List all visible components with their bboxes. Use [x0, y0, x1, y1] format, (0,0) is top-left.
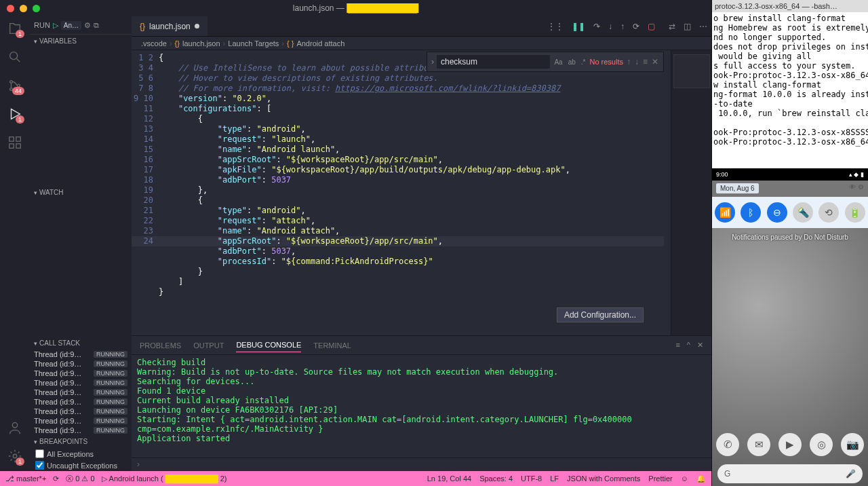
extensions-icon[interactable] [7, 134, 23, 151]
svg-rect-4 [9, 137, 14, 141]
tab-output[interactable]: OUTPUT [193, 339, 224, 352]
find-close-icon[interactable]: ✕ [651, 57, 659, 67]
tab-debug-console[interactable]: DEBUG CONSOLE [236, 338, 301, 352]
svg-rect-6 [9, 144, 14, 148]
match-word-icon[interactable]: ab [567, 58, 577, 66]
tab-problems[interactable]: PROBLEMS [140, 339, 181, 352]
config-select[interactable]: An… [61, 21, 81, 30]
autorotate-toggle[interactable]: ⟲ [818, 202, 839, 223]
breakpoints-section[interactable]: BREAKPOINTS [30, 435, 132, 448]
stop-icon[interactable]: ▢ [648, 22, 655, 31]
android-emulator[interactable]: 9:00▴ ◆ ▮ Mon, Aug 6 👁 ⚙ 📶 ᛒ ⊖ 🔦 ⟲ 🔋 Not… [712, 168, 868, 486]
prettier-status[interactable]: Prettier [648, 474, 672, 483]
flashlight-toggle[interactable]: 🔦 [793, 202, 813, 223]
launch-status[interactable]: ▷ Android launch (██████████2) [102, 474, 227, 483]
find-prev-icon[interactable]: ↑ [626, 57, 631, 67]
title-bar: launch.json — ████████████ [0, 0, 711, 16]
problems-status[interactable]: ⓧ 0 ⚠ 0 [66, 474, 94, 484]
pause-icon[interactable]: ❚❚ [572, 22, 585, 31]
search-icon[interactable] [7, 49, 23, 65]
compare-changes-icon[interactable]: ⇄ [669, 22, 675, 31]
step-into-icon[interactable]: ↓ [608, 22, 612, 31]
messages-app-icon[interactable]: ✉ [747, 433, 770, 456]
indent-status[interactable]: Spaces: 4 [479, 474, 513, 483]
match-case-icon[interactable]: Aa [553, 58, 564, 66]
bluetooth-toggle[interactable]: ᛒ [741, 202, 761, 223]
window-close-dot[interactable] [7, 5, 14, 12]
find-results: No results [589, 58, 623, 66]
code-editor[interactable]: 1 2 3 4 5 6 7 8 9 10 11 12 13 14 15 16 1… [132, 50, 711, 335]
window-title: launch.json — ████████████ [293, 3, 418, 13]
find-next-icon[interactable]: ↓ [634, 57, 639, 67]
split-editor-icon[interactable]: ◫ [684, 22, 691, 31]
start-debug-icon[interactable]: ▷ [53, 21, 58, 30]
callstack-section[interactable]: CALL STACK [30, 337, 132, 350]
tab-terminal[interactable]: TERMINAL [313, 339, 351, 352]
callstack-thread[interactable]: Thread (id:9…RUNNING [30, 416, 132, 426]
eol-status[interactable]: LF [550, 474, 559, 483]
more-actions-icon[interactable]: ⋯ [699, 22, 707, 31]
emu-date: Mon, Aug 6 [716, 183, 759, 193]
panel-filter-icon[interactable]: ≡ [675, 341, 679, 350]
cursor-pos[interactable]: Ln 19, Col 44 [427, 474, 471, 483]
panel-close-icon[interactable]: ✕ [697, 341, 703, 350]
svg-rect-5 [16, 137, 20, 141]
minimap[interactable] [671, 50, 711, 335]
callstack-thread[interactable]: Thread (id:9…RUNNING [30, 388, 132, 397]
emu-quick-icons: 👁 ⚙ [849, 183, 864, 191]
drag-handle-icon[interactable]: ⋮⋮ [547, 22, 564, 31]
battery-toggle[interactable]: 🔋 [845, 202, 865, 223]
dirty-indicator-icon [195, 24, 199, 29]
tab-launch-json[interactable]: {} launch.json [132, 16, 208, 37]
panel-maximize-icon[interactable]: ^ [687, 341, 690, 350]
emu-search-bar[interactable]: G🎤 [717, 464, 863, 483]
step-over-icon[interactable]: ↷ [593, 22, 600, 31]
find-filter-icon[interactable]: ≡ [642, 57, 648, 67]
bp-all-exceptions[interactable]: All Exceptions [30, 448, 132, 460]
json-file-icon: {} [140, 22, 145, 31]
branch-status[interactable]: ⎇ master*+ [5, 474, 46, 483]
feedback-icon[interactable]: ☺ [681, 474, 688, 483]
callstack-thread[interactable]: Thread (id:9…RUNNING [30, 378, 132, 388]
explorer-icon[interactable]: 1 [7, 20, 23, 37]
window-maximize-dot[interactable] [33, 5, 40, 12]
bp-uncaught-exceptions[interactable]: Uncaught Exceptions [30, 460, 132, 471]
find-input[interactable] [437, 55, 550, 69]
account-icon[interactable] [7, 419, 23, 436]
play-app-icon[interactable]: ▶ [778, 433, 802, 456]
chrome-app-icon[interactable]: ◎ [810, 433, 833, 456]
config-gear-icon[interactable]: ⚙ [84, 21, 91, 30]
callstack-thread[interactable]: Thread (id:9…RUNNING [30, 407, 132, 416]
callstack-thread[interactable]: Thread (id:9…RUNNING [30, 426, 132, 435]
sync-status[interactable]: ⟳ [53, 474, 59, 483]
find-expand-icon[interactable]: › [431, 57, 434, 67]
dnd-toggle[interactable]: ⊖ [767, 202, 787, 223]
encoding-status[interactable]: UTF-8 [521, 474, 542, 483]
breadcrumb[interactable]: .vscode› {}launch.json› Launch Targets› … [132, 37, 711, 50]
variables-section[interactable]: VARIABLES [30, 35, 132, 48]
restart-icon[interactable]: ⟳ [633, 22, 639, 31]
terminal-title: protoc-3.12.3-osx-x86_64 — -bash… [712, 0, 868, 12]
scm-icon[interactable]: 44 [7, 77, 23, 94]
language-status[interactable]: JSON with Comments [567, 474, 640, 483]
wifi-toggle[interactable]: 📶 [715, 202, 735, 223]
tab-label: launch.json [149, 22, 191, 31]
callstack-thread[interactable]: Thread (id:9…RUNNING [30, 350, 132, 359]
window-minimize-dot[interactable] [20, 5, 27, 12]
add-configuration-button[interactable]: Add Configuration... [557, 307, 644, 322]
callstack-thread[interactable]: Thread (id:9…RUNNING [30, 359, 132, 369]
callstack-thread[interactable]: Thread (id:9…RUNNING [30, 397, 132, 407]
debug-console-input[interactable]: › [132, 457, 711, 471]
bell-icon[interactable]: 🔔 [696, 474, 706, 483]
camera-app-icon[interactable]: 📷 [841, 433, 864, 456]
step-out-icon[interactable]: ↑ [620, 22, 625, 31]
watch-section[interactable]: WATCH [30, 186, 132, 199]
callstack-thread[interactable]: Thread (id:9…RUNNING [30, 369, 132, 378]
debug-console-toggle-icon[interactable]: ⧉ [94, 21, 99, 30]
mic-icon[interactable]: 🎤 [846, 469, 856, 479]
regex-icon[interactable]: .* [580, 58, 587, 66]
run-debug-icon[interactable]: 1 [7, 106, 23, 122]
settings-gear-icon[interactable]: 1 [7, 448, 23, 464]
phone-app-icon[interactable]: ✆ [716, 433, 739, 456]
debug-toolbar: ⋮⋮ ❚❚ ↷ ↓ ↑ ⟳ ▢ [547, 22, 665, 31]
